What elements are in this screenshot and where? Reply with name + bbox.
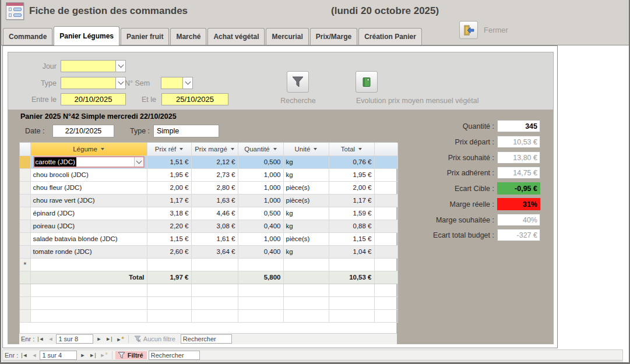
cell-quantite[interactable]: 1,000: [238, 168, 283, 181]
tab-commande[interactable]: Commande: [3, 28, 52, 45]
cell-prix-marge[interactable]: 2,12 €: [191, 156, 238, 168]
date-field[interactable]: 22/10/2025: [52, 125, 114, 137]
tab-panier-fruit[interactable]: Panier fruit: [121, 28, 169, 45]
legume-combobox[interactable]: carotte (JDC): [33, 156, 145, 168]
cell-total[interactable]: 1,17 €: [329, 194, 374, 207]
next-record-button[interactable]: ►: [79, 351, 86, 359]
column-header-total[interactable]: Total: [329, 143, 374, 156]
cell-unite[interactable]: pièce(s): [283, 232, 329, 245]
new-record-button[interactable]: ►*: [115, 335, 125, 344]
new-record-icon[interactable]: *: [20, 258, 30, 271]
chevron-down-icon[interactable]: [182, 77, 193, 89]
cell-unite[interactable]: kg: [283, 156, 329, 168]
row-selector[interactable]: [20, 245, 30, 258]
tab-creation-panier[interactable]: Création Panier: [358, 28, 422, 45]
column-header-unite[interactable]: Unité: [283, 143, 329, 156]
type-combobox[interactable]: [61, 77, 126, 89]
cell-prix-ref[interactable]: 1,17 €: [147, 194, 191, 207]
tab-achat-vegetal[interactable]: Achat végétal: [207, 28, 265, 45]
cell-legume[interactable]: épinard (JDC): [30, 207, 147, 220]
cell-unite[interactable]: kg: [283, 245, 329, 258]
evolution-button[interactable]: [356, 71, 378, 93]
cell-prix-ref[interactable]: 1,95 €: [147, 168, 191, 181]
tab-marche[interactable]: Marché: [170, 28, 206, 45]
cell-unite[interactable]: kg: [283, 220, 329, 232]
previous-record-button[interactable]: ◄: [47, 335, 55, 343]
first-record-button[interactable]: |◄: [36, 335, 45, 343]
record-position-box[interactable]: 1 sur 8: [56, 334, 93, 344]
cell-prix-marge[interactable]: 3,64 €: [191, 245, 238, 258]
cell-prix-ref[interactable]: 2,20 €: [147, 220, 191, 232]
previous-record-button[interactable]: ◄: [31, 351, 38, 359]
cell-legume[interactable]: chou rave vert (JDC): [30, 194, 147, 207]
tab-mercurial[interactable]: Mercurial: [266, 28, 308, 45]
last-record-button[interactable]: ►|: [88, 351, 97, 359]
cell-legume[interactable]: salade batavia blonde (JDC): [30, 232, 147, 245]
row-selector[interactable]: [20, 156, 30, 168]
cell-prix-ref[interactable]: 2,60 €: [147, 245, 191, 258]
row-selector[interactable]: [20, 232, 30, 245]
cell-unite[interactable]: kg: [283, 207, 329, 220]
cell-prix-ref[interactable]: 3,18 €: [147, 207, 191, 220]
cell-total[interactable]: 2,00 €: [329, 181, 374, 194]
search-button[interactable]: [287, 71, 309, 93]
cell-legume[interactable]: chou brocoli (JDC): [30, 168, 147, 181]
cell-quantite[interactable]: 0,500: [238, 156, 283, 168]
cell-quantite[interactable]: 1,000: [238, 181, 283, 194]
datasheet-corner-cell[interactable]: [20, 143, 30, 156]
tab-panier-legumes[interactable]: Panier Légumes: [54, 26, 119, 45]
type-field[interactable]: Simple: [153, 125, 219, 137]
cell-legume[interactable]: chou fleur (JDC): [30, 181, 147, 194]
cell-legume[interactable]: tomate ronde (JDC): [30, 245, 147, 258]
cell-prix-ref[interactable]: 1,15 €: [147, 232, 191, 245]
tab-prix-marge[interactable]: Prix/Marge: [310, 28, 357, 45]
cell-prix-marge[interactable]: 3,08 €: [191, 220, 238, 232]
num-sem-combobox[interactable]: [161, 77, 193, 89]
chevron-down-icon[interactable]: [115, 60, 126, 72]
date-from-field[interactable]: 20/10/2025: [61, 93, 126, 105]
cell-unite[interactable]: kg: [283, 168, 329, 181]
filtered-button[interactable]: Filtré: [115, 351, 147, 359]
cell-total[interactable]: 1,15 €: [329, 232, 374, 245]
cell-quantite[interactable]: 1,000: [238, 194, 283, 207]
cell-prix-ref[interactable]: 2,00 €: [147, 181, 191, 194]
column-header-prix-marge[interactable]: Prix margé: [191, 143, 238, 156]
cell-prix-marge[interactable]: 1,61 €: [191, 232, 238, 245]
new-record-button[interactable]: ►*: [99, 351, 109, 359]
chevron-down-icon[interactable]: [134, 157, 143, 167]
record-position-box[interactable]: 1 sur 4: [40, 351, 77, 360]
search-records-input[interactable]: Rechercher: [181, 334, 232, 344]
close-form-button[interactable]: [459, 21, 478, 39]
row-selector[interactable]: [20, 168, 30, 181]
search-records-input[interactable]: Rechercher: [149, 351, 200, 360]
cell-total[interactable]: 1,04 €: [329, 245, 374, 258]
cell-prix-marge[interactable]: 2,73 €: [191, 168, 238, 181]
date-to-field[interactable]: 25/10/2025: [161, 93, 228, 105]
no-filter-button[interactable]: Aucun filtre: [132, 335, 179, 343]
cell-prix-ref[interactable]: 1,51 €: [147, 156, 191, 168]
cell-prix-marge[interactable]: 2,80 €: [191, 181, 238, 194]
column-header-legume[interactable]: Légume: [30, 143, 147, 156]
cell-prix-marge[interactable]: 1,63 €: [191, 194, 238, 207]
cell-unite[interactable]: pièce(s): [283, 194, 329, 207]
next-record-button[interactable]: ►: [95, 335, 103, 343]
cell-total[interactable]: 1,59 €: [329, 207, 374, 220]
cell-total[interactable]: 1,95 €: [329, 168, 374, 181]
jour-combobox[interactable]: [61, 60, 126, 72]
cell-total[interactable]: 0,88 €: [329, 220, 374, 232]
row-selector[interactable]: [20, 194, 30, 207]
column-header-quantite[interactable]: Quantité: [238, 143, 283, 156]
cell-prix-marge[interactable]: 4,46 €: [191, 207, 238, 220]
row-selector[interactable]: [20, 207, 30, 220]
quantite-field[interactable]: 345: [497, 120, 540, 132]
cell-quantite[interactable]: 0,400: [238, 220, 283, 232]
cell-unite[interactable]: pièce(s): [283, 181, 329, 194]
cell-quantite[interactable]: 0,500: [238, 207, 283, 220]
first-record-button[interactable]: |◄: [20, 351, 29, 359]
last-record-button[interactable]: ►|: [104, 335, 113, 343]
column-header-prix-ref[interactable]: Prix réf: [147, 143, 191, 156]
cell-quantite[interactable]: 1,000: [238, 232, 283, 245]
cell-total[interactable]: 0,76 €: [329, 156, 374, 168]
cell-legume[interactable]: poireau (JDC): [30, 220, 147, 232]
row-selector[interactable]: [20, 220, 30, 232]
